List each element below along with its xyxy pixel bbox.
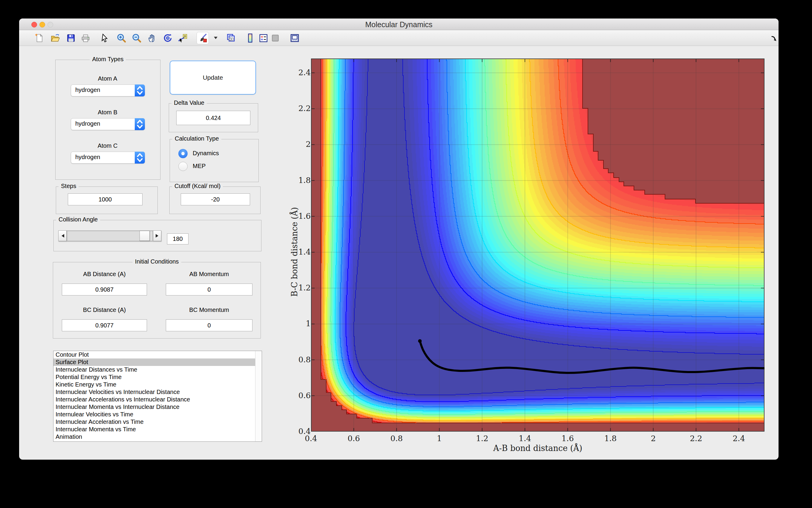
x-tick-label: 2 bbox=[642, 434, 665, 443]
zoom-in-button[interactable] bbox=[116, 33, 127, 43]
x-tick-label: 0.8 bbox=[385, 434, 409, 443]
x-tick-label: 1.8 bbox=[598, 434, 622, 443]
y-tick-label: 2.4 bbox=[287, 68, 311, 77]
plot-list-item[interactable]: Internuclear Acceleration vs Time bbox=[53, 418, 262, 426]
dock-figure-button[interactable] bbox=[769, 34, 778, 42]
chevron-updown-icon bbox=[135, 118, 145, 130]
y-tick-label: 2 bbox=[287, 140, 311, 149]
atom-1-value: hydrogen bbox=[75, 120, 100, 127]
plot-list-item[interactable]: Surface Plot bbox=[53, 358, 262, 366]
new-figure-button[interactable] bbox=[34, 33, 44, 43]
steps-field[interactable] bbox=[68, 194, 143, 205]
slider-right-button[interactable] bbox=[153, 230, 161, 241]
arrow-right-icon bbox=[156, 234, 160, 238]
plot-list-item[interactable]: Internuclear Distances vs Time bbox=[53, 366, 262, 373]
plot-list-item[interactable]: Potential Energy vs Time bbox=[53, 373, 262, 381]
initial-field-3-label: BC Momentum bbox=[166, 306, 253, 313]
zoom-out-icon bbox=[131, 33, 142, 43]
chevron-updown-icon bbox=[135, 152, 145, 164]
initial-field-2[interactable] bbox=[62, 320, 147, 331]
slider-left-button[interactable] bbox=[58, 230, 67, 241]
cutoff-title: Cutoff (Kcal/ mol) bbox=[172, 183, 223, 189]
atom-1-label: Atom B bbox=[71, 109, 144, 116]
update-button-label: Update bbox=[203, 74, 223, 81]
delta-value-title: Delta Value bbox=[171, 99, 207, 106]
brush-dropdown-caret[interactable] bbox=[214, 37, 218, 41]
calculation-type-panel: Calculation Type bbox=[170, 139, 259, 182]
initial-field-0-label: AB Distance (A) bbox=[62, 271, 147, 278]
plot-type-listbox[interactable]: Contour Plot Surface Plot Internuclear D… bbox=[53, 351, 262, 442]
figure-window: Molecular Dynamics Atom Types Atom A hyd… bbox=[19, 18, 778, 460]
brush-data-button[interactable] bbox=[197, 32, 209, 44]
pan-icon bbox=[147, 33, 157, 43]
show-plot-tools-button[interactable] bbox=[289, 33, 300, 43]
atom-1-select[interactable]: hydrogen bbox=[71, 118, 145, 130]
x-tick-label: 1.4 bbox=[513, 434, 537, 443]
atom-2-value: hydrogen bbox=[75, 154, 100, 161]
cutoff-field[interactable] bbox=[181, 194, 250, 205]
delta-value-field[interactable] bbox=[176, 111, 250, 125]
print-figure-button[interactable] bbox=[80, 33, 91, 43]
plot-list-item[interactable]: Animation bbox=[53, 433, 262, 440]
calculation-type-title: Calculation Type bbox=[172, 135, 221, 142]
plot-list-item[interactable]: Contour Plot bbox=[53, 351, 262, 358]
atom-0-select[interactable]: hydrogen bbox=[71, 84, 145, 96]
y-tick-label: 0.6 bbox=[287, 391, 311, 400]
arrow-left-icon bbox=[60, 234, 64, 238]
save-figure-button[interactable] bbox=[66, 33, 76, 43]
save-figure-icon bbox=[66, 33, 76, 43]
calc-type-radio-0[interactable] bbox=[178, 149, 188, 158]
hide-plot-tools-button[interactable] bbox=[270, 33, 280, 43]
plot-list-item[interactable]: Internuclear Velocities vs Internuclear … bbox=[53, 388, 262, 396]
listbox-scrollbar[interactable] bbox=[255, 351, 262, 441]
y-tick-label: 1.8 bbox=[287, 176, 311, 185]
calc-type-radio-1[interactable] bbox=[178, 162, 188, 171]
plot-list-item[interactable]: Internuclear Momenta vs Time bbox=[53, 426, 262, 433]
y-axis-label: B-C bond distance (Å) bbox=[290, 207, 299, 297]
edit-plot-icon bbox=[99, 33, 110, 43]
titlebar[interactable]: Molecular Dynamics bbox=[19, 18, 778, 30]
insert-legend-button[interactable] bbox=[258, 33, 269, 43]
print-figure-icon bbox=[80, 33, 91, 43]
x-tick-label: 1 bbox=[427, 434, 452, 443]
pes-contour-canvas bbox=[311, 58, 765, 432]
calc-type-radio-0-label: Dynamics bbox=[193, 150, 219, 157]
show-plot-tools-icon bbox=[289, 33, 300, 43]
link-plot-button[interactable] bbox=[226, 33, 236, 43]
plot-list-item[interactable]: Kinetic Energy vs Time bbox=[53, 381, 262, 388]
x-tick-label: 0.6 bbox=[342, 434, 366, 443]
collision-angle-field[interactable] bbox=[167, 234, 189, 245]
open-file-button[interactable] bbox=[50, 33, 60, 43]
initial-field-3[interactable] bbox=[166, 320, 253, 331]
initial-field-1[interactable] bbox=[166, 284, 253, 295]
plot-list-item[interactable]: Internuclear Accelerations vs Internucle… bbox=[53, 396, 262, 403]
link-plot-icon bbox=[226, 33, 236, 43]
x-tick-label: 2.2 bbox=[684, 434, 708, 443]
insert-legend-icon bbox=[258, 33, 269, 43]
x-tick-label: 1.2 bbox=[470, 434, 494, 443]
plot-list-item[interactable]: Internulear Velocities vs Time bbox=[53, 411, 262, 418]
window-title: Molecular Dynamics bbox=[19, 20, 778, 29]
pan-button[interactable] bbox=[147, 33, 157, 43]
collision-angle-slider-thumb[interactable] bbox=[140, 231, 150, 241]
screen: Molecular Dynamics Atom Types Atom A hyd… bbox=[0, 0, 812, 508]
update-button[interactable]: Update bbox=[170, 60, 256, 95]
brush-data-icon bbox=[197, 33, 208, 43]
data-cursor-icon bbox=[178, 33, 188, 43]
y-tick-label: 0.8 bbox=[287, 355, 311, 364]
radio-dot bbox=[181, 152, 185, 155]
plot-list-item[interactable]: Internuclear Momenta vs Internuclear Dis… bbox=[53, 403, 262, 411]
atom-0-value: hydrogen bbox=[75, 87, 100, 93]
edit-plot-button[interactable] bbox=[99, 33, 110, 43]
calc-type-radio-1-label: MEP bbox=[193, 163, 205, 170]
y-tick-label: 0.4 bbox=[287, 427, 311, 436]
atom-2-select[interactable]: hydrogen bbox=[71, 152, 145, 164]
rotate-3d-button[interactable] bbox=[162, 33, 173, 43]
insert-colorbar-button[interactable] bbox=[245, 33, 256, 43]
data-cursor-button[interactable] bbox=[178, 33, 188, 43]
zoom-out-button[interactable] bbox=[131, 33, 142, 43]
figure-toolbar bbox=[19, 30, 778, 46]
initial-field-0[interactable] bbox=[62, 284, 147, 295]
zoom-in-icon bbox=[116, 33, 127, 43]
atom-2-label: Atom C bbox=[71, 142, 144, 149]
